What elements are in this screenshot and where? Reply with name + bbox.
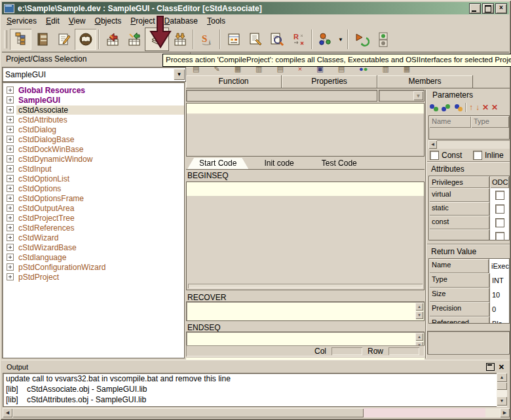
column-header-type[interactable]: Type	[471, 116, 509, 128]
script-info-button[interactable]: Si	[196, 29, 218, 50]
expand-icon[interactable]	[7, 234, 14, 241]
attribute-checkbox[interactable]	[495, 191, 504, 200]
tree-item[interactable]: cStdReferences	[3, 223, 184, 233]
insert-parameter-icon[interactable]	[442, 103, 451, 112]
title-bar[interactable]: e:\Sample\Sample.dev : SampleGUI - Class…	[2, 2, 509, 14]
expand-icon[interactable]	[7, 106, 14, 113]
column-header-name[interactable]: Name	[429, 116, 471, 128]
link-parameter-icon[interactable]	[453, 103, 463, 112]
expand-icon[interactable]	[7, 185, 14, 192]
column-header-privileges[interactable]: Privileges	[429, 176, 489, 188]
editor-tab[interactable]: Function	[186, 75, 282, 88]
expand-icon[interactable]	[7, 224, 14, 231]
const-checkbox[interactable]	[430, 151, 439, 160]
inline-checkbox[interactable]	[473, 151, 482, 160]
tree-item[interactable]: cStdOptions	[3, 183, 184, 193]
chevron-down-icon[interactable]: ▼	[174, 69, 185, 80]
class-tree-button[interactable]	[10, 29, 31, 50]
tree-item[interactable]: cStdDockWinBase	[3, 144, 184, 154]
tree-item[interactable]: SampleGUI	[3, 95, 184, 105]
attribute-checkbox[interactable]	[495, 232, 504, 241]
compile-export-button[interactable]	[123, 29, 145, 50]
tree-item[interactable]: cStdAttributes	[3, 115, 184, 124]
menu-item[interactable]: Objects	[90, 15, 126, 27]
tree-item[interactable]: cStdOptionList	[3, 174, 184, 183]
column-header-odc[interactable]: ODC	[489, 176, 509, 188]
tree-item[interactable]: pStdConfigurationWizard	[3, 262, 184, 272]
tree-item[interactable]: cStdProjectTree	[3, 213, 184, 223]
tree-item[interactable]: cStdDialog	[3, 124, 184, 134]
form-edit-button[interactable]	[223, 29, 244, 50]
object-browser-dropdown[interactable]: ▼	[336, 29, 345, 49]
toggle-state-button[interactable]	[372, 29, 394, 50]
output-log[interactable]: update call to vsvars32.bat in vscompile…	[3, 373, 498, 407]
expand-icon[interactable]	[7, 96, 14, 104]
editor-tab[interactable]: Properties	[282, 75, 377, 88]
scrollbar-thumb[interactable]	[497, 382, 507, 390]
scroll-left-icon[interactable]: ◀	[428, 140, 437, 149]
expand-icon[interactable]	[7, 126, 14, 133]
tree-item[interactable]: cStdOutputArea	[3, 203, 184, 213]
expand-icon[interactable]	[7, 273, 14, 280]
menu-item[interactable]: Services	[2, 15, 41, 27]
close-icon[interactable]: ✕	[499, 363, 504, 372]
move-down-icon[interactable]: ↓	[476, 103, 480, 112]
tree-item[interactable]: Global Resources	[3, 85, 184, 95]
function-combobox[interactable]: ▼	[379, 90, 425, 102]
panel-divider[interactable]	[425, 90, 426, 358]
expand-icon[interactable]	[7, 254, 14, 261]
expand-icon[interactable]	[7, 263, 14, 271]
expand-icon[interactable]	[7, 116, 14, 123]
tree-item[interactable]: cStdWizardBase	[3, 242, 184, 252]
run-convert-button[interactable]	[350, 29, 372, 50]
function-list[interactable]	[186, 103, 425, 157]
expand-icon[interactable]	[7, 145, 14, 153]
output-horizontal-scrollbar[interactable]: ◀ ▶	[3, 408, 510, 417]
code-line[interactable]	[187, 182, 424, 196]
expand-icon[interactable]	[7, 214, 14, 221]
add-parameter-icon[interactable]	[430, 103, 439, 112]
code-tab[interactable]: Start Code	[187, 158, 248, 169]
tree-item[interactable]: cStdlanguage	[3, 252, 184, 262]
expand-icon[interactable]	[7, 204, 14, 212]
scroll-up-icon[interactable]: ▲	[415, 333, 423, 341]
reference-book-button[interactable]	[31, 29, 53, 50]
move-up-icon[interactable]: ↑	[469, 103, 473, 112]
tree-item[interactable]: cStdInput	[3, 164, 184, 174]
tree-item[interactable]: pStdProject	[3, 272, 184, 282]
close-button[interactable]: ×	[495, 3, 507, 14]
maximize-button[interactable]	[482, 3, 494, 14]
tree-item[interactable]: cStdDynamicWindow	[3, 154, 184, 164]
delete-parameter-icon[interactable]: ✕	[482, 103, 489, 112]
edit-document-button[interactable]	[53, 29, 75, 50]
expand-icon[interactable]	[7, 195, 14, 202]
dock-icon[interactable]	[486, 363, 495, 371]
scroll-left-icon[interactable]: ◀	[3, 408, 12, 417]
beginseq-code-area[interactable]	[186, 181, 425, 290]
chevron-down-icon[interactable]: ▼	[413, 91, 423, 100]
recover-code-area[interactable]: ▲ ▼	[186, 301, 425, 321]
find-in-documents-button[interactable]	[266, 29, 288, 50]
list-row[interactable]	[187, 104, 424, 114]
attribute-checkbox[interactable]	[495, 218, 504, 227]
tree-item[interactable]: cStdWizard	[3, 233, 184, 242]
scroll-up-icon[interactable]: ▲	[415, 303, 423, 311]
scroll-right-icon[interactable]: ▶	[500, 408, 510, 417]
object-browser-button[interactable]	[314, 29, 336, 50]
editor-tab[interactable]: Members	[377, 75, 473, 88]
code-tab[interactable]: Init code	[252, 158, 305, 169]
menu-item[interactable]: Edit	[41, 15, 64, 27]
expand-icon[interactable]	[7, 86, 14, 94]
scroll-down-icon[interactable]: ▼	[497, 396, 507, 406]
document-preview-button[interactable]	[244, 29, 266, 50]
expand-icon[interactable]	[7, 244, 14, 251]
expand-icon[interactable]	[7, 136, 14, 143]
project-combobox[interactable]: SampleGUI ▼	[2, 67, 186, 82]
tree-item[interactable]: cStdOptionsFrame	[3, 193, 184, 203]
tree-item[interactable]: cStdDialogBase	[3, 134, 184, 144]
parameters-scrollbar[interactable]: ◀	[428, 140, 510, 149]
delete-all-parameters-icon[interactable]: ✕	[491, 103, 498, 112]
menu-item[interactable]: View	[64, 15, 90, 27]
replace-button[interactable]: R	[288, 29, 309, 50]
output-vertical-scrollbar[interactable]: ▲ ▼	[497, 373, 507, 407]
